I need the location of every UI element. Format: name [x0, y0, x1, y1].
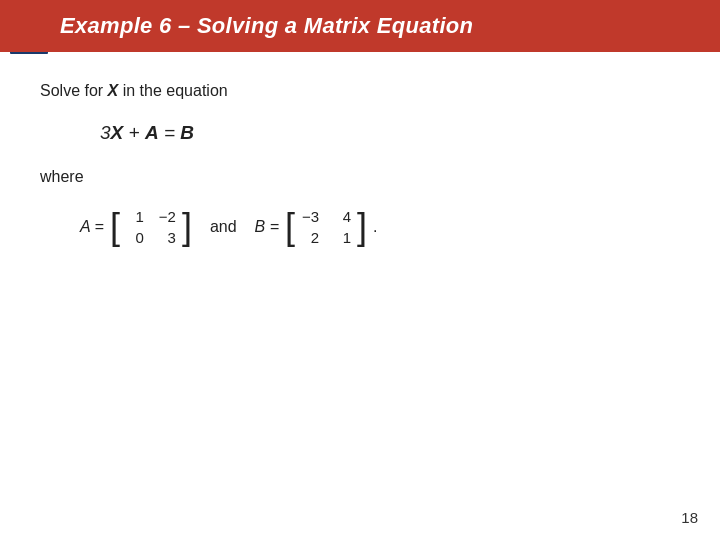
variable-x: X — [108, 82, 119, 99]
page-number: 18 — [681, 509, 698, 526]
main-equation: 3X + A = B — [100, 122, 680, 144]
matrix-b-00: −3 — [301, 208, 319, 225]
and-label: and — [210, 218, 237, 236]
bracket-left-b: [ — [285, 209, 295, 245]
matrix-b-grid: −3 4 2 1 — [297, 206, 355, 248]
solve-instruction: Solve for X in the equation — [40, 82, 680, 100]
eq-x: X — [111, 122, 124, 143]
matrix-a-grid: 1 −2 0 3 — [122, 206, 180, 248]
matrices-row: A = [ 1 −2 0 3 ] and B = [ −3 4 — [80, 206, 680, 248]
bracket-left-a: [ — [110, 209, 120, 245]
matrix-a-container: [ 1 −2 0 3 ] — [110, 206, 192, 248]
matrix-a-label: A = — [80, 218, 104, 236]
header-title: Example 6 – Solving a Matrix Equation — [60, 13, 473, 39]
matrix-b-11: 1 — [333, 229, 351, 246]
bracket-right-a: ] — [182, 209, 192, 245]
main-content: Solve for X in the equation 3X + A = B w… — [0, 52, 720, 268]
where-label: where — [40, 168, 680, 186]
matrix-b-container: [ −3 4 2 1 ] — [285, 206, 367, 248]
matrix-a-10: 0 — [126, 229, 144, 246]
eq-a: A — [145, 122, 159, 143]
matrix-a-expr: A = [ 1 −2 0 3 ] — [80, 206, 192, 248]
matrix-b-01: 4 — [333, 208, 351, 225]
matrix-a-00: 1 — [126, 208, 144, 225]
bracket-right-b: ] — [357, 209, 367, 245]
period: . — [373, 218, 377, 236]
matrix-a-11: 3 — [158, 229, 176, 246]
matrix-b-expr: B = [ −3 4 2 1 ] . — [255, 206, 378, 248]
matrix-b-10: 2 — [301, 229, 319, 246]
matrix-b-label: B = — [255, 218, 279, 236]
matrix-a-01: −2 — [158, 208, 176, 225]
eq-b: B — [180, 122, 194, 143]
header-bar: Example 6 – Solving a Matrix Equation — [0, 0, 720, 52]
